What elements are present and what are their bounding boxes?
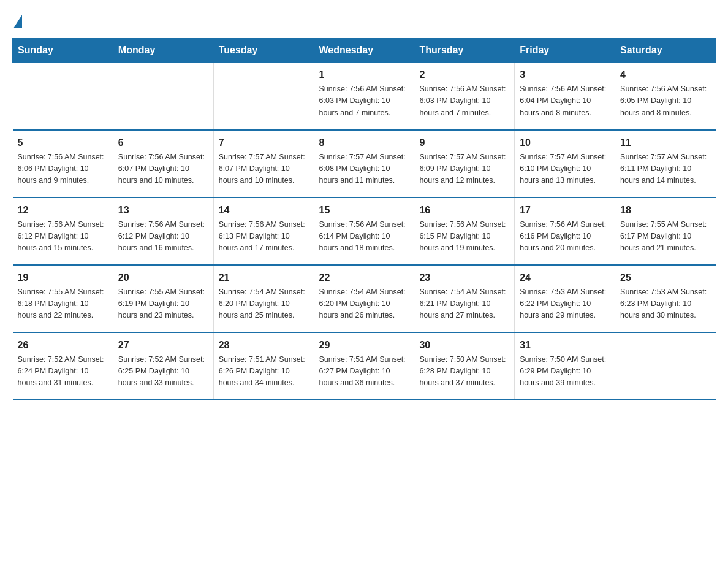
calendar-cell: 11Sunrise: 7:57 AM Sunset: 6:11 PM Dayli… — [615, 130, 716, 197]
day-info: Sunrise: 7:51 AM Sunset: 6:26 PM Dayligh… — [219, 354, 309, 389]
weekday-wednesday: Wednesday — [314, 39, 414, 63]
calendar-cell: 1Sunrise: 7:56 AM Sunset: 6:03 PM Daylig… — [314, 63, 414, 130]
day-number: 12 — [18, 203, 108, 218]
calendar-table: SundayMondayTuesdayWednesdayThursdayFrid… — [12, 38, 716, 400]
day-info: Sunrise: 7:56 AM Sunset: 6:12 PM Dayligh… — [18, 219, 108, 255]
weekday-sunday: Sunday — [13, 39, 113, 63]
day-number: 24 — [520, 270, 610, 285]
day-number: 28 — [219, 338, 309, 353]
day-number: 10 — [520, 136, 610, 150]
day-info: Sunrise: 7:56 AM Sunset: 6:12 PM Dayligh… — [118, 219, 208, 255]
day-number: 26 — [18, 338, 108, 353]
calendar-cell — [113, 63, 213, 130]
week-row-3: 12Sunrise: 7:56 AM Sunset: 6:12 PM Dayli… — [13, 197, 716, 265]
weekday-monday: Monday — [113, 39, 213, 63]
day-info: Sunrise: 7:56 AM Sunset: 6:03 PM Dayligh… — [419, 83, 509, 119]
calendar-cell: 14Sunrise: 7:56 AM Sunset: 6:13 PM Dayli… — [213, 197, 314, 265]
calendar-cell: 20Sunrise: 7:55 AM Sunset: 6:19 PM Dayli… — [113, 265, 213, 332]
day-number: 3 — [520, 67, 610, 82]
day-info: Sunrise: 7:52 AM Sunset: 6:25 PM Dayligh… — [118, 354, 208, 389]
day-info: Sunrise: 7:57 AM Sunset: 6:09 PM Dayligh… — [419, 151, 509, 187]
day-info: Sunrise: 7:56 AM Sunset: 6:04 PM Dayligh… — [520, 83, 610, 119]
day-number: 30 — [419, 338, 509, 353]
calendar-cell: 8Sunrise: 7:57 AM Sunset: 6:08 PM Daylig… — [314, 130, 414, 197]
day-info: Sunrise: 7:56 AM Sunset: 6:03 PM Dayligh… — [319, 83, 409, 119]
weekday-header-row: SundayMondayTuesdayWednesdayThursdayFrid… — [13, 39, 716, 63]
calendar-cell: 31Sunrise: 7:50 AM Sunset: 6:29 PM Dayli… — [515, 332, 615, 400]
day-info: Sunrise: 7:57 AM Sunset: 6:07 PM Dayligh… — [219, 151, 309, 187]
week-row-1: 1Sunrise: 7:56 AM Sunset: 6:03 PM Daylig… — [13, 63, 716, 130]
calendar-cell: 26Sunrise: 7:52 AM Sunset: 6:24 PM Dayli… — [13, 332, 113, 400]
calendar-cell: 13Sunrise: 7:56 AM Sunset: 6:12 PM Dayli… — [113, 197, 213, 265]
calendar-cell: 4Sunrise: 7:56 AM Sunset: 6:05 PM Daylig… — [615, 63, 716, 130]
calendar-cell: 15Sunrise: 7:56 AM Sunset: 6:14 PM Dayli… — [314, 197, 414, 265]
day-number: 8 — [319, 136, 409, 150]
week-row-4: 19Sunrise: 7:55 AM Sunset: 6:18 PM Dayli… — [13, 265, 716, 332]
day-info: Sunrise: 7:53 AM Sunset: 6:22 PM Dayligh… — [520, 286, 610, 322]
calendar-cell: 10Sunrise: 7:57 AM Sunset: 6:10 PM Dayli… — [515, 130, 615, 197]
day-info: Sunrise: 7:57 AM Sunset: 6:08 PM Dayligh… — [319, 151, 409, 187]
calendar-cell: 6Sunrise: 7:56 AM Sunset: 6:07 PM Daylig… — [113, 130, 213, 197]
day-info: Sunrise: 7:57 AM Sunset: 6:10 PM Dayligh… — [520, 151, 610, 187]
week-row-5: 26Sunrise: 7:52 AM Sunset: 6:24 PM Dayli… — [13, 332, 716, 400]
day-number: 6 — [118, 136, 208, 150]
day-number: 9 — [419, 136, 509, 150]
day-number: 25 — [620, 270, 710, 285]
calendar-cell: 24Sunrise: 7:53 AM Sunset: 6:22 PM Dayli… — [515, 265, 615, 332]
calendar-cell: 25Sunrise: 7:53 AM Sunset: 6:23 PM Dayli… — [615, 265, 716, 332]
calendar-cell: 9Sunrise: 7:57 AM Sunset: 6:09 PM Daylig… — [414, 130, 515, 197]
day-number: 23 — [419, 270, 509, 285]
day-number: 20 — [118, 270, 208, 285]
day-info: Sunrise: 7:56 AM Sunset: 6:07 PM Dayligh… — [118, 151, 208, 187]
weekday-saturday: Saturday — [615, 39, 716, 63]
day-info: Sunrise: 7:56 AM Sunset: 6:14 PM Dayligh… — [319, 219, 409, 255]
day-info: Sunrise: 7:52 AM Sunset: 6:24 PM Dayligh… — [18, 354, 108, 389]
day-number: 14 — [219, 203, 309, 218]
day-number: 19 — [18, 270, 108, 285]
day-number: 16 — [419, 203, 509, 218]
calendar-cell: 7Sunrise: 7:57 AM Sunset: 6:07 PM Daylig… — [213, 130, 314, 197]
calendar-cell: 5Sunrise: 7:56 AM Sunset: 6:06 PM Daylig… — [13, 130, 113, 197]
calendar-cell: 22Sunrise: 7:54 AM Sunset: 6:20 PM Dayli… — [314, 265, 414, 332]
calendar-cell: 29Sunrise: 7:51 AM Sunset: 6:27 PM Dayli… — [314, 332, 414, 400]
calendar-cell — [615, 332, 716, 400]
day-info: Sunrise: 7:55 AM Sunset: 6:17 PM Dayligh… — [620, 219, 710, 255]
weekday-thursday: Thursday — [414, 39, 515, 63]
week-row-2: 5Sunrise: 7:56 AM Sunset: 6:06 PM Daylig… — [13, 130, 716, 197]
calendar-cell: 2Sunrise: 7:56 AM Sunset: 6:03 PM Daylig… — [414, 63, 515, 130]
day-number: 29 — [319, 338, 409, 353]
day-info: Sunrise: 7:56 AM Sunset: 6:06 PM Dayligh… — [18, 151, 108, 187]
calendar-cell — [13, 63, 113, 130]
calendar-cell: 12Sunrise: 7:56 AM Sunset: 6:12 PM Dayli… — [13, 197, 113, 265]
page-header — [12, 12, 716, 28]
day-info: Sunrise: 7:56 AM Sunset: 6:16 PM Dayligh… — [520, 219, 610, 255]
day-number: 18 — [620, 203, 710, 218]
weekday-tuesday: Tuesday — [213, 39, 314, 63]
calendar-cell — [213, 63, 314, 130]
day-number: 13 — [118, 203, 208, 218]
day-number: 15 — [319, 203, 409, 218]
day-number: 2 — [419, 67, 509, 82]
calendar-cell: 19Sunrise: 7:55 AM Sunset: 6:18 PM Dayli… — [13, 265, 113, 332]
logo — [12, 12, 22, 28]
calendar-cell: 21Sunrise: 7:54 AM Sunset: 6:20 PM Dayli… — [213, 265, 314, 332]
weekday-friday: Friday — [515, 39, 615, 63]
calendar-cell: 18Sunrise: 7:55 AM Sunset: 6:17 PM Dayli… — [615, 197, 716, 265]
day-number: 4 — [620, 67, 710, 82]
day-number: 21 — [219, 270, 309, 285]
day-info: Sunrise: 7:56 AM Sunset: 6:05 PM Dayligh… — [620, 83, 710, 119]
day-number: 5 — [18, 136, 108, 150]
day-number: 11 — [620, 136, 710, 150]
day-number: 22 — [319, 270, 409, 285]
day-info: Sunrise: 7:53 AM Sunset: 6:23 PM Dayligh… — [620, 286, 710, 322]
calendar-cell: 17Sunrise: 7:56 AM Sunset: 6:16 PM Dayli… — [515, 197, 615, 265]
day-number: 7 — [219, 136, 309, 150]
day-number: 31 — [520, 338, 610, 353]
day-number: 17 — [520, 203, 610, 218]
day-info: Sunrise: 7:56 AM Sunset: 6:15 PM Dayligh… — [419, 219, 509, 255]
calendar-cell: 30Sunrise: 7:50 AM Sunset: 6:28 PM Dayli… — [414, 332, 515, 400]
calendar-cell: 28Sunrise: 7:51 AM Sunset: 6:26 PM Dayli… — [213, 332, 314, 400]
day-info: Sunrise: 7:50 AM Sunset: 6:29 PM Dayligh… — [520, 354, 610, 389]
day-info: Sunrise: 7:51 AM Sunset: 6:27 PM Dayligh… — [319, 354, 409, 389]
day-info: Sunrise: 7:57 AM Sunset: 6:11 PM Dayligh… — [620, 151, 710, 187]
